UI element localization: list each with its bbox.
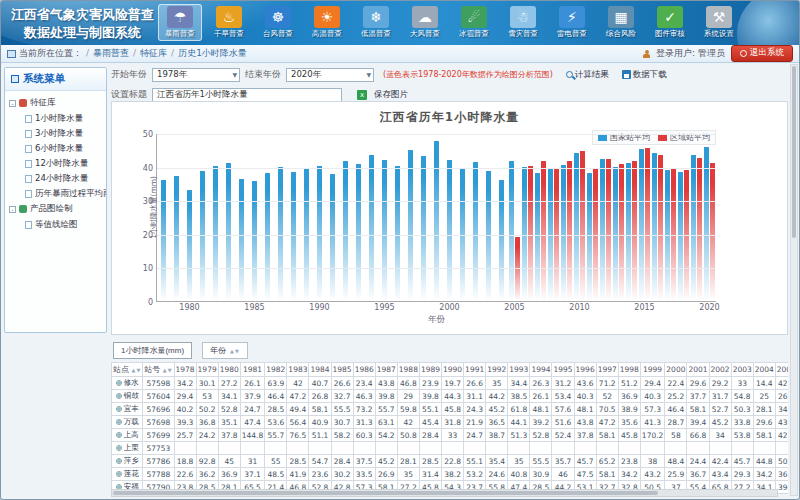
- tree-leaf-1小时降水量[interactable]: 1小时降水量: [7, 111, 104, 126]
- calc-result-button[interactable]: 计算结果: [566, 69, 609, 81]
- table-row[interactable]: 铜鼓5760429.45334.137.946.447.226.832.746.…: [112, 390, 789, 403]
- image-export-icon[interactable]: x: [357, 90, 367, 100]
- vscroll-thumb[interactable]: [792, 66, 796, 238]
- page-icon: [25, 175, 32, 183]
- table-row[interactable]: 萍乡5778618.892.845315528.554.728.437.545.…: [112, 455, 789, 468]
- data-download-button[interactable]: 数据下载: [622, 69, 667, 81]
- tree-node-特征库[interactable]: -特征库: [7, 95, 104, 111]
- logout-button[interactable]: 退出系统: [731, 45, 793, 62]
- column-header-year[interactable]: 1984: [309, 363, 331, 377]
- year-sort-control[interactable]: 年份 ▲▼: [202, 342, 248, 359]
- toolbar-item-drought[interactable]: ♨干旱普查: [207, 4, 251, 41]
- hscroll-thumb[interactable]: [113, 491, 658, 495]
- tree-leaf-历年暴雨过程平均雨量[interactable]: 历年暴雨过程平均雨量: [7, 186, 104, 201]
- column-header-year[interactable]: 1998: [618, 363, 640, 377]
- tree-leaf-3小时降水量[interactable]: 3小时降水量: [7, 126, 104, 141]
- breadcrumb-item[interactable]: 历史1小时降水量: [178, 48, 247, 58]
- column-header-year[interactable]: 1994: [530, 363, 552, 377]
- column-header-year[interactable]: 2002: [709, 363, 731, 377]
- column-header-year[interactable]: 2005: [775, 363, 788, 377]
- column-header-year[interactable]: 1999: [640, 363, 664, 377]
- radio-icon[interactable]: [116, 458, 122, 464]
- station-name-cell[interactable]: 上栗: [112, 442, 143, 455]
- table-row[interactable]: 万载5769839.336.835.147.453.656.440.930.73…: [112, 416, 789, 429]
- horizontal-scrollbar[interactable]: [111, 489, 778, 497]
- column-header-year[interactable]: 1990: [442, 363, 464, 377]
- station-name-cell[interactable]: 修水: [112, 377, 143, 390]
- radio-icon[interactable]: [116, 406, 122, 412]
- column-header-station-id[interactable]: 站号 ▲▼: [143, 363, 174, 377]
- column-header-year[interactable]: 2004: [753, 363, 775, 377]
- column-header-year[interactable]: 2000: [665, 363, 687, 377]
- column-header-year[interactable]: 1985: [331, 363, 353, 377]
- column-header-year[interactable]: 1991: [464, 363, 486, 377]
- toolbar-item-rainstorm[interactable]: ☂暴雨普查: [158, 4, 202, 41]
- value-cell: 37.8: [574, 429, 596, 442]
- column-header-year[interactable]: 1995: [552, 363, 574, 377]
- column-header-year[interactable]: 1992: [486, 363, 508, 377]
- column-header-year[interactable]: 1996: [574, 363, 596, 377]
- toolbar-item-cold[interactable]: ❄低温普查: [354, 4, 398, 41]
- column-header-year[interactable]: 1997: [596, 363, 618, 377]
- radio-icon[interactable]: [116, 380, 122, 386]
- tree-leaf-24小时降水量[interactable]: 24小时降水量: [7, 171, 104, 186]
- radio-icon[interactable]: [116, 445, 122, 451]
- radio-icon[interactable]: [116, 393, 122, 399]
- tree-node-产品图绘制[interactable]: -产品图绘制: [7, 201, 104, 217]
- column-header-year[interactable]: 1982: [265, 363, 287, 377]
- breadcrumb-item[interactable]: 暴雨普查: [93, 48, 129, 58]
- radio-icon[interactable]: [116, 419, 122, 425]
- column-header-year[interactable]: 1983: [287, 363, 309, 377]
- table-row[interactable]: 上栗57753: [112, 442, 789, 455]
- station-name-cell[interactable]: 上高: [112, 429, 143, 442]
- toolbar-item-hail[interactable]: ☄冰雹普查: [452, 4, 496, 41]
- table-row[interactable]: 莲花5778822.636.236.937.148.541.923.630.23…: [112, 468, 789, 481]
- chart-title-input[interactable]: 江西省历年1小时降水量: [152, 88, 342, 102]
- bar-regional: [567, 161, 572, 301]
- station-name-cell[interactable]: 萍乡: [112, 455, 143, 468]
- toolbar-item-lightning[interactable]: ⚡雷电普查: [550, 4, 594, 41]
- tree-leaf-12小时降水量[interactable]: 12小时降水量: [7, 156, 104, 171]
- toolbar-item-typhoon[interactable]: ☸台风普查: [256, 4, 300, 41]
- station-name-cell[interactable]: 莲花: [112, 468, 143, 481]
- end-year-select[interactable]: 2020年 ▼: [286, 68, 374, 82]
- value-cell: 34.8: [775, 403, 788, 416]
- toolbar-item-risk-calc[interactable]: ▦综合风险: [599, 4, 643, 41]
- value-cell: 26.9: [375, 468, 397, 481]
- column-header-year[interactable]: 1993: [508, 363, 530, 377]
- column-header-year[interactable]: 2001: [687, 363, 709, 377]
- station-id-cell: 57699: [143, 429, 174, 442]
- save-image-button[interactable]: 保存图片: [374, 89, 408, 101]
- unit-button[interactable]: 1小时降水量(mm): [113, 342, 192, 359]
- tree-leaf-等值线绘图[interactable]: 等值线绘图: [7, 217, 104, 232]
- vertical-scrollbar[interactable]: [790, 64, 798, 496]
- radio-icon[interactable]: [116, 432, 122, 438]
- column-header-year[interactable]: 1978: [174, 363, 196, 377]
- radio-icon[interactable]: [116, 471, 122, 477]
- table-row[interactable]: 宜丰5769640.250.252.824.728.549.458.155.57…: [112, 403, 789, 416]
- column-header-year[interactable]: 1980: [218, 363, 240, 377]
- toolbar-item-settings[interactable]: ⚒系统设置: [697, 4, 741, 41]
- station-name-cell[interactable]: 宜丰: [112, 403, 143, 416]
- column-header-year[interactable]: 1988: [397, 363, 419, 377]
- tree-leaf-6小时降水量[interactable]: 6小时降水量: [7, 141, 104, 156]
- toolbar-item-snow[interactable]: ☃雪灾普查: [501, 4, 545, 41]
- column-header-station[interactable]: 站点 ▲▼: [112, 363, 143, 377]
- table-row[interactable]: 上高5769925.724.237.8144.855.776.551.158.2…: [112, 429, 789, 442]
- expand-icon[interactable]: -: [9, 100, 16, 107]
- breadcrumb-item[interactable]: 特征库: [140, 48, 167, 58]
- expand-icon[interactable]: -: [9, 206, 16, 213]
- start-year-select[interactable]: 1978年 ▼: [152, 68, 240, 82]
- column-header-year[interactable]: 2003: [731, 363, 753, 377]
- toolbar-item-map-review[interactable]: ✓图件审核: [648, 4, 692, 41]
- column-header-year[interactable]: 1981: [240, 363, 264, 377]
- toolbar-item-heat[interactable]: ☀高温普查: [305, 4, 349, 41]
- station-name-cell[interactable]: 铜鼓: [112, 390, 143, 403]
- toolbar-item-wind[interactable]: ☁大风普查: [403, 4, 447, 41]
- table-row[interactable]: 修水5759834.230.127.226.163.94240.726.623.…: [112, 377, 789, 390]
- column-header-year[interactable]: 1979: [196, 363, 218, 377]
- station-name-cell[interactable]: 万载: [112, 416, 143, 429]
- column-header-year[interactable]: 1986: [353, 363, 375, 377]
- column-header-year[interactable]: 1987: [375, 363, 397, 377]
- column-header-year[interactable]: 1989: [419, 363, 441, 377]
